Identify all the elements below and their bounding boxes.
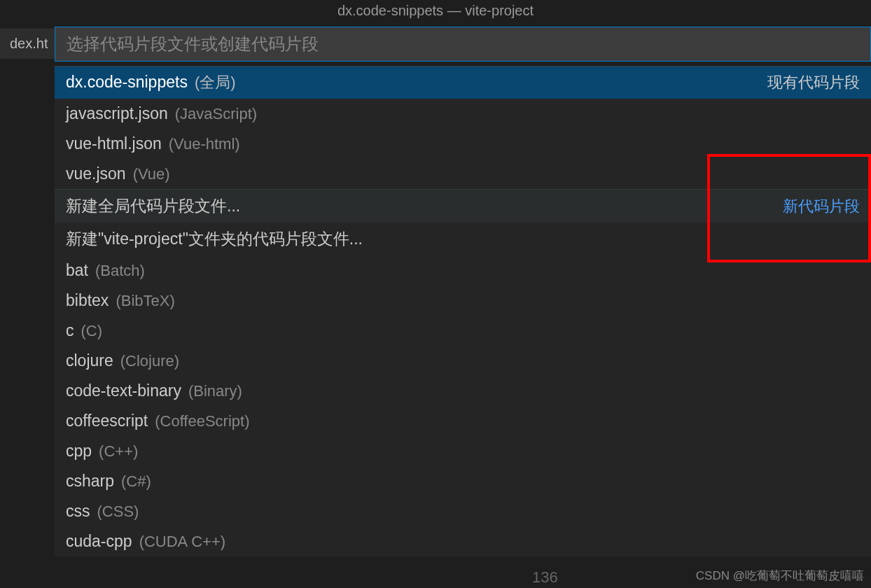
option-left: bat(Batch) — [66, 261, 145, 280]
option-label: clojure — [66, 351, 113, 370]
watermark-text: CSDN @吃葡萄不吐葡萄皮嘻嘻 — [696, 568, 864, 584]
snippet-dropdown-list: dx.code-snippets(全局)现有代码片段javascript.jso… — [55, 66, 871, 556]
option-label: 新建"vite-project"文件夹的代码片段文件... — [66, 228, 363, 250]
option-sublabel: (C++) — [99, 442, 138, 461]
option-label: css — [66, 502, 90, 521]
option-sublabel: (CSS) — [97, 503, 139, 521]
snippet-option[interactable]: bibtex(BibTeX) — [55, 286, 871, 316]
option-label: csharp — [66, 472, 114, 491]
snippet-option[interactable]: bat(Batch) — [55, 255, 871, 286]
option-left: coffeescript(CoffeeScript) — [66, 412, 250, 430]
option-left: 新建"vite-project"文件夹的代码片段文件... — [66, 228, 363, 250]
option-sublabel: (CUDA C++) — [139, 533, 225, 551]
option-label: 新建全局代码片段文件... — [66, 195, 240, 217]
option-left: c(C) — [66, 321, 102, 340]
option-left: code-text-binary(Binary) — [66, 382, 242, 400]
editor-tabs: dex.ht — [0, 28, 57, 59]
option-sublabel: (C) — [81, 322, 103, 340]
option-left: dx.code-snippets(全局) — [66, 72, 236, 93]
option-sublabel: (BibTeX) — [116, 292, 174, 310]
option-sublabel: (Binary) — [188, 382, 242, 400]
option-sublabel: (全局) — [195, 72, 236, 93]
option-left: cpp(C++) — [66, 442, 138, 461]
snippet-option[interactable]: vue.json(Vue) — [55, 159, 871, 189]
option-label: code-text-binary — [66, 382, 181, 400]
tab-index[interactable]: dex.ht — [0, 28, 57, 59]
option-label: bibtex — [66, 291, 109, 310]
option-label: coffeescript — [66, 412, 148, 430]
option-label: cuda-cpp — [66, 532, 132, 551]
snippet-option[interactable]: 新建"vite-project"文件夹的代码片段文件... — [55, 223, 871, 255]
option-label: cpp — [66, 442, 92, 461]
snippet-option[interactable]: coffeescript(CoffeeScript) — [55, 406, 871, 436]
snippet-search-input[interactable] — [55, 27, 870, 61]
option-category-label: 现有代码片段 — [767, 72, 860, 93]
option-label: bat — [66, 261, 88, 280]
option-left: cuda-cpp(CUDA C++) — [66, 532, 225, 551]
snippet-option[interactable]: javascript.json(JavaScript) — [55, 99, 871, 129]
option-sublabel: (JavaScript) — [175, 105, 257, 123]
snippet-option[interactable]: css(CSS) — [55, 496, 871, 526]
option-sublabel: (C#) — [121, 472, 151, 491]
option-label: vue-html.json — [66, 134, 162, 153]
window-title: dx.code-snippets — vite-project — [337, 3, 534, 19]
option-category-label: 新代码片段 — [783, 196, 860, 217]
option-label: javascript.json — [66, 104, 168, 123]
snippet-option[interactable]: cuda-cpp(CUDA C++) — [55, 526, 871, 556]
snippet-option[interactable]: cpp(C++) — [55, 436, 871, 466]
option-sublabel: (Vue) — [133, 165, 170, 183]
option-left: bibtex(BibTeX) — [66, 291, 175, 310]
quick-input-widget — [55, 27, 871, 62]
snippet-option[interactable]: clojure(Clojure) — [55, 346, 871, 376]
option-left: vue-html.json(Vue-html) — [66, 134, 240, 153]
option-sublabel: (CoffeeScript) — [155, 412, 249, 430]
snippet-option[interactable]: csharp(C#) — [55, 466, 871, 496]
option-left: javascript.json(JavaScript) — [66, 104, 257, 123]
tab-label: dex.ht — [10, 36, 48, 51]
snippet-option[interactable]: vue-html.json(Vue-html) — [55, 129, 871, 159]
window-title-bar: dx.code-snippets — vite-project — [0, 0, 871, 21]
snippet-option[interactable]: c(C) — [55, 316, 871, 346]
option-sublabel: (Batch) — [95, 262, 145, 280]
option-left: css(CSS) — [66, 502, 139, 521]
option-left: clojure(Clojure) — [66, 351, 179, 370]
option-left: vue.json(Vue) — [66, 164, 170, 183]
snippet-option[interactable]: code-text-binary(Binary) — [55, 376, 871, 406]
snippet-option[interactable]: dx.code-snippets(全局)现有代码片段 — [55, 66, 871, 99]
snippet-option[interactable]: 新建全局代码片段文件...新代码片段 — [55, 189, 871, 223]
option-left: 新建全局代码片段文件... — [66, 195, 240, 217]
option-sublabel: (Clojure) — [120, 352, 179, 370]
option-label: dx.code-snippets — [66, 73, 188, 92]
option-sublabel: (Vue-html) — [169, 135, 240, 153]
editor-line-number: 136 — [532, 568, 558, 587]
option-label: vue.json — [66, 164, 126, 183]
option-left: csharp(C#) — [66, 472, 151, 491]
option-label: c — [66, 321, 74, 340]
